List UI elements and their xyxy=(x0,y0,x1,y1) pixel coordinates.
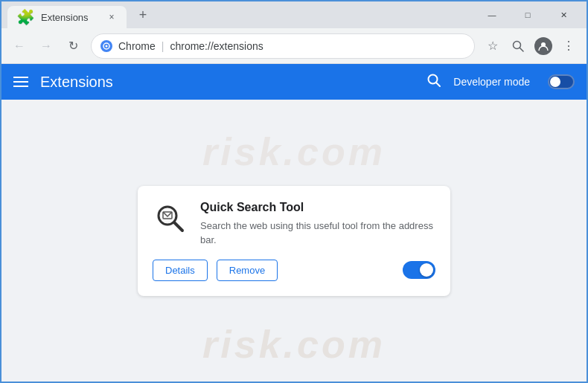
hamburger-menu[interactable] xyxy=(13,77,28,87)
extension-card: Quick Search Tool Search the web using t… xyxy=(138,186,450,296)
menu-button[interactable]: ⋮ xyxy=(557,34,581,58)
watermark-bottom: risk.com xyxy=(202,322,386,367)
toggle-knob xyxy=(550,77,560,87)
extension-icon xyxy=(153,201,188,236)
maximize-button[interactable]: □ xyxy=(511,4,545,26)
remove-button[interactable]: Remove xyxy=(217,260,278,281)
extension-toggle[interactable] xyxy=(403,261,435,279)
hamburger-line-1 xyxy=(13,77,28,78)
new-tab-button[interactable]: + xyxy=(132,4,153,25)
browser-window: 🧩 Extensions × + — □ ✕ ← → ↻ Chrome | ch… xyxy=(0,0,588,383)
zoom-button[interactable] xyxy=(506,34,530,58)
extension-description: Search the web using this useful tool fr… xyxy=(200,219,435,248)
forward-button[interactable]: → xyxy=(34,34,58,58)
details-button[interactable]: Details xyxy=(153,260,208,281)
profile-button[interactable] xyxy=(531,34,555,58)
site-security-icon xyxy=(100,40,112,52)
bookmark-button[interactable]: ☆ xyxy=(481,34,505,58)
avatar xyxy=(534,37,552,55)
page-title: Extensions xyxy=(40,74,415,91)
extension-name: Quick Search Tool xyxy=(200,201,435,214)
tab-close-button[interactable]: × xyxy=(106,11,118,23)
hamburger-line-3 xyxy=(13,86,28,87)
watermark-top: risk.com xyxy=(202,129,386,174)
svg-point-5 xyxy=(429,74,438,83)
tab-title: Extensions xyxy=(41,12,100,23)
card-info: Quick Search Tool Search the web using t… xyxy=(200,201,435,248)
refresh-button[interactable]: ↻ xyxy=(61,34,85,58)
svg-point-1 xyxy=(106,45,108,47)
window-controls: — □ ✕ xyxy=(475,4,581,26)
svg-line-9 xyxy=(174,222,182,231)
card-actions: Details Remove xyxy=(153,260,435,281)
site-name: Chrome xyxy=(118,40,156,52)
tab-extension-icon: 🧩 xyxy=(16,8,35,26)
minimize-button[interactable]: — xyxy=(475,4,509,26)
hamburger-line-2 xyxy=(13,81,28,83)
extensions-header: Extensions Developer mode xyxy=(1,64,587,100)
extension-toggle-knob xyxy=(420,263,433,277)
search-button[interactable] xyxy=(426,73,441,91)
url-separator: | xyxy=(162,40,164,52)
url-bar[interactable]: Chrome | chrome://extensions xyxy=(91,33,475,59)
dev-mode-label: Developer mode xyxy=(453,76,530,88)
title-bar: 🧩 Extensions × + — □ ✕ xyxy=(1,1,587,28)
svg-line-3 xyxy=(520,48,524,51)
toolbar-icons: ☆ ⋮ xyxy=(481,34,581,58)
url-path: chrome://extensions xyxy=(170,40,263,52)
developer-mode-toggle[interactable] xyxy=(548,74,575,89)
back-button[interactable]: ← xyxy=(7,34,31,58)
address-bar: ← → ↻ Chrome | chrome://extensions ☆ xyxy=(1,28,587,64)
svg-line-6 xyxy=(437,83,441,86)
card-header: Quick Search Tool Search the web using t… xyxy=(153,201,435,248)
main-content: risk.com Quick Search Tool xyxy=(1,100,587,382)
close-button[interactable]: ✕ xyxy=(546,4,581,26)
browser-tab[interactable]: 🧩 Extensions × xyxy=(7,6,127,28)
